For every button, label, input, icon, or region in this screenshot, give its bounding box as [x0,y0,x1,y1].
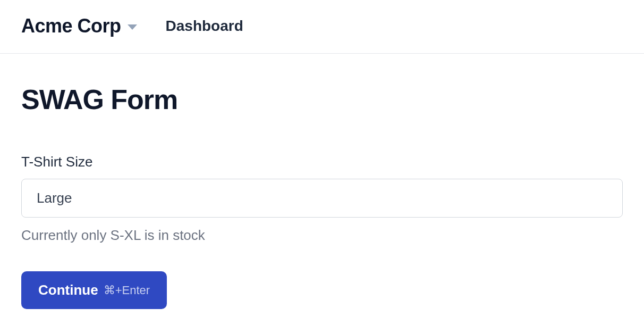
main-content: SWAG Form T-Shirt Size Currently only S-… [0,54,644,330]
org-switcher[interactable]: Acme Corp [21,15,137,37]
header: Acme Corp Dashboard [0,0,644,54]
continue-button[interactable]: Continue ⌘+Enter [21,271,167,309]
page-title: SWAG Form [21,84,623,115]
tshirt-size-input[interactable] [21,179,623,218]
org-name: Acme Corp [21,15,121,37]
form-group-tshirt: T-Shirt Size Currently only S-XL is in s… [21,154,623,244]
nav-dashboard[interactable]: Dashboard [166,18,243,35]
tshirt-size-label: T-Shirt Size [21,154,623,170]
continue-button-label: Continue [38,282,98,298]
chevron-down-icon [128,24,137,30]
tshirt-size-help: Currently only S-XL is in stock [21,227,623,244]
continue-button-shortcut: ⌘+Enter [104,284,150,297]
